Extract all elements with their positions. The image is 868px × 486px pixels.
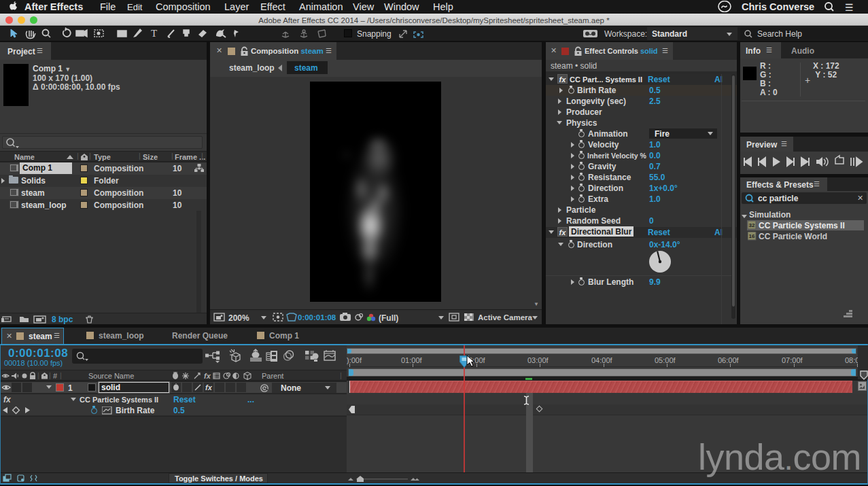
svg-text:T: T bbox=[151, 28, 157, 39]
svg-text:16: 16 bbox=[749, 233, 755, 239]
svg-text:fx: fx bbox=[204, 372, 211, 380]
svg-text:fx: fx bbox=[205, 383, 213, 392]
svg-text:32: 32 bbox=[749, 222, 755, 228]
